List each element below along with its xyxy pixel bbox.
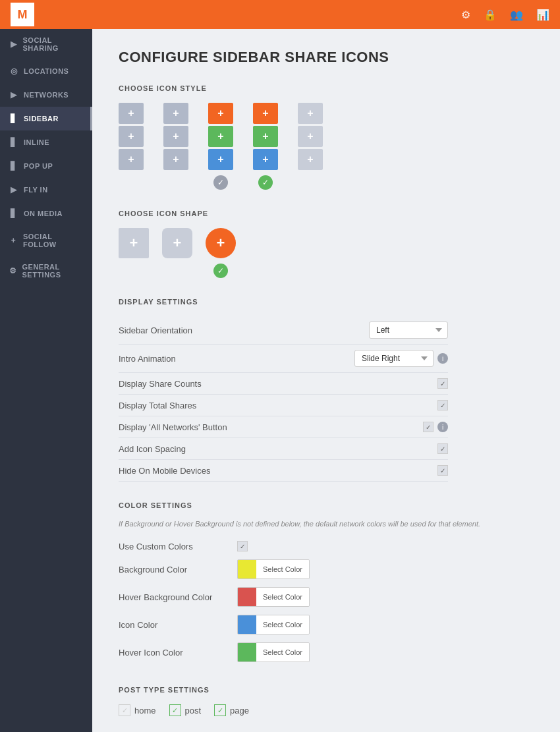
checkbox-total-shares[interactable]: ✓ [437, 400, 448, 410]
settings-label-total-shares: Display Total Shares [119, 401, 437, 410]
color-swatch-background [238, 560, 256, 578]
sidebar-onmedia-icon: ▋ [9, 209, 18, 218]
page-title: Configure Sidebar Share Icons [119, 49, 534, 66]
icon-stack-1: + + + [119, 103, 144, 170]
checkbox-all-networks[interactable]: ✓ [423, 422, 434, 432]
post-type-page-label: page [230, 706, 249, 716]
lock-icon[interactable]: 🔒 [484, 9, 497, 21]
post-checkbox-page[interactable]: ✓ [214, 704, 226, 716]
icon-btn-5b: + [298, 126, 323, 147]
color-row-hover-icon: Hover Icon Color Select Color [119, 638, 534, 666]
color-swatch-hover-bg [238, 588, 256, 606]
settings-label-hide-mobile: Hide On Mobile Devices [119, 466, 437, 476]
check-circle-circle: ✓ [213, 264, 228, 278]
color-btn-label-icon-color: Select Color [256, 615, 309, 634]
sidebar-item-networks[interactable]: ▶ Networks [0, 83, 92, 107]
settings-label-share-counts: Display Share Counts [119, 379, 437, 389]
color-label-hover-icon: Hover Icon Color [119, 648, 237, 658]
sidebar-inline-icon: ▋ [9, 138, 18, 147]
settings-control-hide-mobile: ✓ [437, 465, 448, 476]
icon-shape-title: Choose Icon Shape [119, 210, 534, 217]
post-checkbox-post[interactable]: ✓ [169, 704, 181, 716]
icon-style-option-2[interactable]: + + + [163, 103, 188, 190]
color-swatch-btn-background[interactable]: Select Color [237, 559, 310, 579]
settings-control-orientation: Left Right [369, 322, 448, 339]
all-networks-info-icon[interactable]: i [437, 422, 448, 432]
icon-btn-2c: + [163, 149, 188, 170]
sidebar-social-sharing-icon: ▶ [9, 40, 18, 49]
sidebar-item-social-follow[interactable]: + Social Follow [0, 225, 92, 256]
color-btn-label-hover-icon: Select Color [256, 643, 309, 662]
color-swatch-btn-icon-color[interactable]: Select Color [237, 615, 310, 634]
icon-style-option-3[interactable]: + + + ✓ [208, 103, 233, 190]
checkbox-icon-spacing[interactable]: ✓ [437, 443, 448, 454]
checkbox-share-counts[interactable]: ✓ [437, 378, 448, 389]
post-type-post[interactable]: ✓ post [169, 704, 202, 716]
main-content: Configure Sidebar Share Icons Choose Ico… [92, 29, 560, 732]
icon-shape-options: + + + ✓ [119, 228, 534, 278]
color-label-icon-color: Icon Color [119, 620, 237, 630]
check-circle-4: ✓ [258, 175, 273, 190]
sidebar-item-social-sharing[interactable]: ▶ Social Sharing [0, 29, 92, 59]
settings-label-icon-spacing: Add Icon Spacing [119, 444, 437, 454]
settings-row-all-networks: Display 'All Networks' Button ✓ i [119, 416, 448, 438]
topbar: M ⚙ 🔒 👥 📊 [0, 0, 560, 29]
color-label-hover-bg: Hover Background Color [119, 592, 237, 602]
icon-btn-3c: + [208, 149, 233, 170]
shape-option-rounded[interactable]: + [162, 228, 192, 278]
settings-label-all-networks: Display 'All Networks' Button [119, 422, 423, 432]
icon-style-option-4[interactable]: + + + ✓ [253, 103, 278, 190]
icon-style-option-5[interactable]: + + + [298, 103, 323, 190]
color-swatch-btn-hover-bg[interactable]: Select Color [237, 587, 310, 607]
layout: ▶ Social Sharing ◎ Locations ▶ Networks … [0, 29, 560, 732]
color-swatch-btn-hover-icon[interactable]: Select Color [237, 642, 310, 662]
color-swatch-icon-color [238, 615, 256, 634]
icon-style-section: Choose Icon Style + + + + + + [119, 84, 534, 190]
settings-row-icon-spacing: Add Icon Spacing ✓ [119, 438, 448, 460]
icon-btn-4a: + [253, 103, 278, 124]
sidebar-networks-icon: ▶ [9, 90, 18, 99]
post-checkbox-home[interactable]: ✓ [119, 704, 130, 716]
sidebar-item-popup[interactable]: ▋ Pop Up [0, 154, 92, 178]
icon-btn-1b: + [119, 126, 144, 147]
orientation-dropdown[interactable]: Left Right [369, 322, 448, 339]
sidebar-item-general-settings[interactable]: ⚙ General Settings [0, 256, 92, 286]
checkbox-use-custom[interactable]: ✓ [237, 541, 248, 551]
settings-label-orientation: Sidebar Orientation [119, 325, 369, 335]
icon-style-title: Choose Icon Style [119, 84, 534, 92]
animation-dropdown[interactable]: Slide Right Slide Left None [354, 350, 434, 367]
shape-btn-circle: + [206, 228, 236, 258]
color-settings-title: Color Settings [119, 501, 534, 509]
icon-btn-5a: + [298, 103, 323, 124]
logo[interactable]: M [11, 3, 34, 26]
sidebar-flyin-icon: ▶ [9, 185, 18, 194]
icon-btn-1a: + [119, 103, 144, 124]
post-type-page[interactable]: ✓ page [214, 704, 249, 716]
users-icon[interactable]: 👥 [510, 9, 523, 21]
icon-shape-section: Choose Icon Shape + + + ✓ [119, 210, 534, 278]
settings-row-share-counts: Display Share Counts ✓ [119, 373, 448, 395]
post-type-home-label: home [134, 706, 156, 716]
sidebar-socialfollow-icon: + [9, 236, 18, 245]
sidebar-popup-icon: ▋ [9, 161, 18, 171]
sidebar-item-locations[interactable]: ◎ Locations [0, 59, 92, 83]
icon-style-option-1[interactable]: + + + [119, 103, 144, 190]
chart-icon[interactable]: 📊 [536, 9, 549, 21]
color-swatch-hover-icon [238, 643, 256, 662]
gear-icon[interactable]: ⚙ [461, 9, 470, 21]
sidebar-item-flyin[interactable]: ▶ Fly In [0, 178, 92, 202]
shape-btn-rounded: + [162, 228, 192, 258]
sidebar-locations-icon: ◎ [9, 67, 18, 76]
icon-btn-2a: + [163, 103, 188, 124]
post-type-post-label: post [185, 706, 202, 716]
sidebar-item-inline[interactable]: ▋ Inline [0, 130, 92, 154]
animation-info-icon[interactable]: i [437, 353, 448, 364]
shape-option-square[interactable]: + [119, 228, 149, 278]
shape-option-circle[interactable]: + ✓ [206, 228, 236, 278]
color-row-icon-color: Icon Color Select Color [119, 611, 534, 638]
post-type-home[interactable]: ✓ home [119, 704, 156, 716]
sidebar-item-sidebar[interactable]: ▋ Sidebar [0, 107, 92, 130]
checkbox-hide-mobile[interactable]: ✓ [437, 465, 448, 476]
settings-row-total-shares: Display Total Shares ✓ [119, 395, 448, 416]
sidebar-item-onmedia[interactable]: ▋ On Media [0, 202, 92, 225]
